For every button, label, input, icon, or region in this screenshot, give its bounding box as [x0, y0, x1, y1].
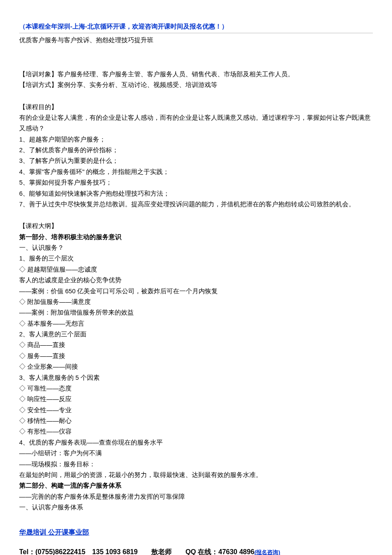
outline-line: 在最短的时间，用最少的资源，花最小的努力，取得最快速、达到最有效的服务水准。: [19, 470, 373, 480]
outline-line: ——案例：价值 650 亿美金可口可乐公司，被轰炸后可在一个月内恢复: [19, 286, 373, 297]
outline-line: ◇ 服务——直接: [19, 351, 373, 361]
outline-line: 4、优质的客户服务表现——查查你现在的服务水平: [19, 437, 373, 448]
training-target: 【培训对象】客户服务经理、客户服务主管、客户服务人员、销售代表、市场部及相关工作…: [19, 69, 373, 80]
outline-line: ——现场模拟：服务目标：: [19, 459, 373, 470]
outline-line: ◇ 超越期望值服——忠诚度: [19, 264, 373, 275]
objective-item: 1、超越客户期望的客户服务；: [19, 134, 373, 145]
outline-line: ◇ 移情性——耐心: [19, 416, 373, 426]
outline-line: ◇ 安全性——专业: [19, 405, 373, 416]
footer-contact-text: Tel：(0755)86222415 135 1093 6819 敖老师 QQ …: [19, 548, 254, 555]
outline-part2-title: 第二部分、构建一流的客户服务体系: [19, 480, 373, 491]
footer-contact: Tel：(0755)86222415 135 1093 6819 敖老师 QQ …: [19, 546, 373, 555]
outline-line: ◇ 有形性——仪容: [19, 426, 373, 437]
objective-item: 5、掌握如何提升客户服务技巧；: [19, 177, 373, 188]
outline-line: ◇ 基本服务——无怨言: [19, 318, 373, 329]
objective-item: 3、了解客户所认为重要的是什么；: [19, 156, 373, 166]
footer-org-link[interactable]: 华晟培训 公开课事业部: [19, 529, 89, 536]
outline-line: 3、客人满意服务的 5 个因素: [19, 373, 373, 383]
outline-line: ◇ 附加值服务——满意度: [19, 297, 373, 307]
course-subtitle: 优质客户服务与客户投诉、抱怨处理技巧提升班: [19, 35, 373, 46]
objective-item: 4、掌握"客户服务循环" 的概念，并指能用之于实践；: [19, 167, 373, 177]
training-method: 【培训方式】案例分享、实务分析、互动讨论、视频感受、培训游戏等: [19, 80, 373, 90]
objective-item: 2、了解优质客户服务的评价指标；: [19, 145, 373, 156]
outline-line: 一、认识客户服务体系: [19, 502, 373, 513]
objective-item: 6、能够知道如何快速解决客户抱怨处理技巧和方法；: [19, 188, 373, 199]
outline-line: ◇ 响应性——反应: [19, 394, 373, 405]
outline-line: ——完善的的客户服务体系是整体服务潜力发挥的可靠保障: [19, 491, 373, 502]
outline-label: 【课程大纲】: [19, 221, 373, 231]
objective-item: 7、善于从过失中尽快恢复并总结教训。提高应变处理投诉问题的能力，并借机把潜在的客…: [19, 199, 373, 210]
outline-line: 2、客人满意的三个层面: [19, 329, 373, 340]
outline-line: ——小组研讨：客户为何不满: [19, 448, 373, 459]
outline-line: ——案例：附加值增值服务所带来的效益: [19, 307, 373, 318]
objective-label: 【课程目的】: [19, 102, 373, 113]
outline-line: 客人的忠诚度是企业的核心竞争优势: [19, 275, 373, 286]
outline-line: ◇ 可靠性——态度: [19, 383, 373, 394]
outline-line: 一、认识服务？: [19, 243, 373, 253]
outline-part1-title: 第一部分、培养积极主动的服务意识: [19, 232, 373, 243]
outline-line: ◇ 企业形象——间接: [19, 361, 373, 372]
register-link[interactable]: (报名咨询): [254, 549, 280, 555]
outline-line: ◇ 商品——直接: [19, 340, 373, 350]
header-note: （本课程全年深圳-上海-北京循环开课，欢迎咨询开课时间及报名优惠！）: [19, 21, 373, 33]
objective-intro: 有的企业是让客人满意，有的企业是让客人感动，而有的企业是让客人既满意又感动。通过…: [19, 113, 373, 134]
outline-line: 1、服务的三个层次: [19, 253, 373, 264]
